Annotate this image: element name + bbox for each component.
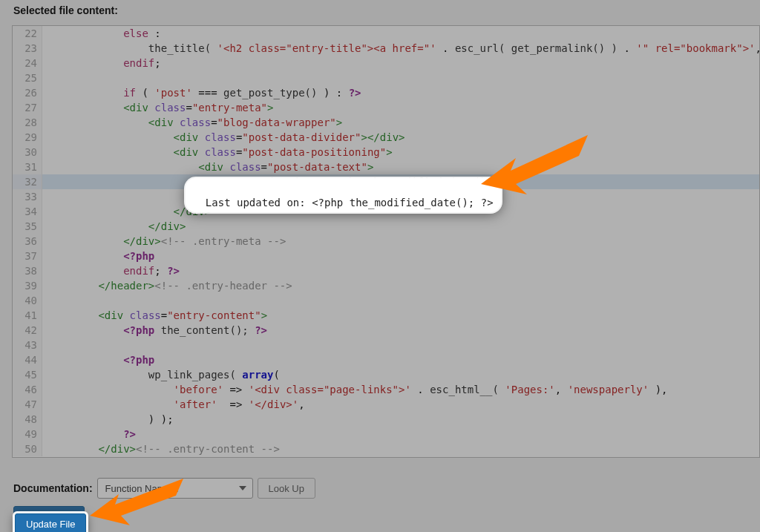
line-number: 32 [13, 174, 42, 189]
line-number: 24 [13, 56, 42, 70]
code-highlight-callout: Last updated on: <?php the_modified_date… [186, 178, 501, 212]
lookup-button[interactable]: Look Up [258, 478, 315, 499]
code-content [42, 293, 759, 308]
code-line[interactable]: 26 if ( 'post' === get_post_type() ) : ?… [13, 85, 759, 100]
line-number: 34 [13, 204, 42, 219]
code-line[interactable]: 40 [13, 293, 759, 308]
line-number: 26 [13, 85, 42, 100]
code-content: </div><!-- .entry-meta --> [42, 234, 759, 249]
code-line[interactable]: 46 'before' => '<div class="page-links">… [13, 382, 759, 397]
code-content: if ( 'post' === get_post_type() ) : ?> [42, 85, 759, 100]
line-number: 50 [13, 441, 42, 456]
line-number: 39 [13, 278, 42, 293]
code-line[interactable]: 37 <?php [13, 249, 759, 263]
code-content: <div class="post-data-text"> [42, 160, 759, 174]
code-line[interactable]: 39 </header><!-- .entry-header --> [13, 278, 759, 293]
line-number: 35 [13, 219, 42, 234]
code-content [42, 338, 759, 352]
code-content: 'before' => '<div class="page-links">' .… [42, 382, 759, 397]
code-content [42, 70, 759, 85]
code-content: the_title( '<h2 class="entry-title"><a h… [42, 41, 760, 56]
code-line[interactable]: 29 <div class="post-data-divider"></div> [13, 130, 759, 145]
line-number: 42 [13, 323, 42, 338]
code-content: </div> [42, 219, 759, 234]
code-content: <?php [42, 249, 759, 263]
line-number: 49 [13, 427, 42, 441]
code-line[interactable]: 35 </div> [13, 219, 759, 234]
update-button-callout: Update File [15, 506, 86, 532]
function-name-select[interactable]: Function Name... [97, 478, 253, 499]
code-content: 'after' => '</div>', [42, 397, 759, 412]
code-line[interactable]: 49 ?> [13, 427, 759, 441]
code-line[interactable]: 50 </div><!-- .entry-content --> [13, 441, 759, 456]
line-number: 37 [13, 249, 42, 263]
chevron-down-icon [239, 486, 246, 490]
code-line[interactable]: 25 [13, 70, 759, 85]
code-line[interactable]: 31 <div class="post-data-text"> [13, 160, 759, 174]
code-line[interactable]: 42 <?php the_content(); ?> [13, 323, 759, 338]
line-number: 23 [13, 41, 42, 56]
line-number: 45 [13, 367, 42, 382]
select-value: Function Name... [105, 483, 179, 494]
line-number: 25 [13, 70, 42, 85]
code-content: </header><!-- .entry-header --> [42, 278, 759, 293]
code-line[interactable]: 22 else : [13, 26, 759, 41]
code-line[interactable]: 41 <div class="entry-content"> [13, 308, 759, 323]
code-content: <div class="blog-data-wrapper"> [42, 115, 759, 130]
code-line[interactable]: 23 the_title( '<h2 class="entry-title"><… [13, 41, 759, 56]
line-number: 44 [13, 352, 42, 367]
line-number: 33 [13, 189, 42, 204]
code-content: endif; [42, 56, 759, 70]
documentation-label: Documentation: [13, 482, 93, 494]
code-content: else : [42, 26, 759, 41]
section-heading: Selected file content: [13, 4, 118, 16]
code-line[interactable]: 30 <div class="post-data-positioning"> [13, 145, 759, 160]
code-line[interactable]: 43 [13, 338, 759, 352]
code-line[interactable]: 47 'after' => '</div>', [13, 397, 759, 412]
line-number: 27 [13, 100, 42, 115]
code-content: wp_link_pages( array( [42, 367, 759, 382]
code-content: <?php [42, 352, 759, 367]
code-content: ?> [42, 427, 759, 441]
code-content: <?php the_content(); ?> [42, 323, 759, 338]
code-content: <div class="entry-meta"> [42, 100, 759, 115]
code-line[interactable]: 28 <div class="blog-data-wrapper"> [13, 115, 759, 130]
line-number: 40 [13, 293, 42, 308]
line-number: 22 [13, 26, 42, 41]
line-number: 38 [13, 263, 42, 278]
code-content: ) ); [42, 412, 759, 427]
code-line[interactable]: 36 </div><!-- .entry-meta --> [13, 234, 759, 249]
line-number: 47 [13, 397, 42, 412]
code-line[interactable]: 27 <div class="entry-meta"> [13, 100, 759, 115]
code-content: endif; ?> [42, 263, 759, 278]
line-number: 43 [13, 338, 42, 352]
code-editor[interactable]: 22 else :23 the_title( '<h2 class="entry… [12, 25, 760, 458]
update-file-button-spot[interactable]: Update File [15, 513, 86, 532]
line-number: 48 [13, 412, 42, 427]
code-content: </div><!-- .entry-content --> [42, 441, 759, 456]
code-line[interactable]: 44 <?php [13, 352, 759, 367]
code-content: <div class="post-data-positioning"> [42, 145, 759, 160]
line-number: 46 [13, 382, 42, 397]
code-content: <div class="post-data-divider"></div> [42, 130, 759, 145]
code-line[interactable]: 48 ) ); [13, 412, 759, 427]
code-content: <div class="entry-content"> [42, 308, 759, 323]
line-number: 31 [13, 160, 42, 174]
code-line[interactable]: 45 wp_link_pages( array( [13, 367, 759, 382]
line-number: 30 [13, 145, 42, 160]
code-line[interactable]: 38 endif; ?> [13, 263, 759, 278]
line-number: 29 [13, 130, 42, 145]
code-line[interactable]: 24 endif; [13, 56, 759, 70]
line-number: 41 [13, 308, 42, 323]
line-number: 28 [13, 115, 42, 130]
line-number: 36 [13, 234, 42, 249]
